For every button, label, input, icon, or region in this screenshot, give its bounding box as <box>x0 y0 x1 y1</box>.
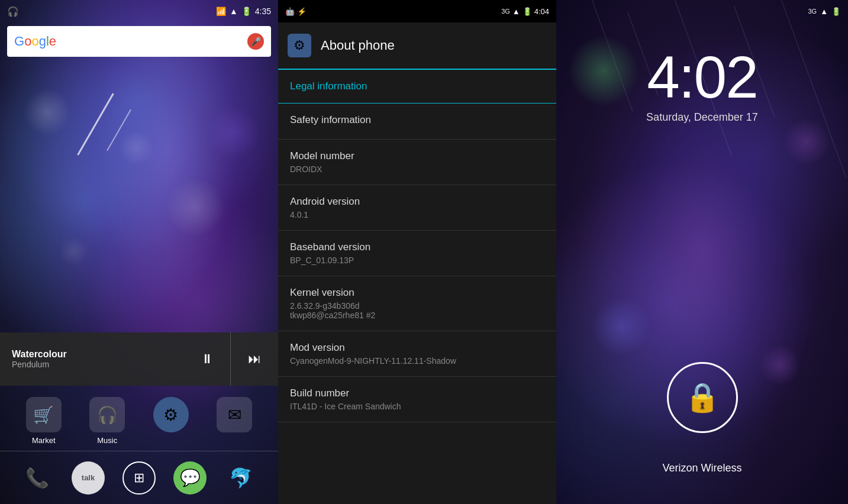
music-icon: 🎧 <box>89 397 125 432</box>
battery-icon-home: 🔋 <box>241 7 252 16</box>
lock-bokeh-4 <box>759 344 801 386</box>
music-info: Watercolour Pendulum <box>0 349 183 369</box>
search-bar[interactable]: Google 🎤 <box>7 26 271 57</box>
lock-screen-panel: 3G ▲ 🔋 4:02 Saturday, December 17 🔒 Veri… <box>556 0 848 504</box>
signal-icon-about: ▲ <box>512 7 520 16</box>
mod-value: CyanogenMod-9-NIGHTLY-11.12.11-Shadow <box>290 356 544 366</box>
bokeh-1 <box>24 89 71 136</box>
status-bar-about: 🤖 ⚡ 3G ▲ 🔋 4:04 <box>278 0 556 22</box>
bokeh-5 <box>207 106 260 160</box>
status-left-home: 🎧 <box>7 6 19 17</box>
about-item-mod[interactable]: Mod version CyanogenMod-9-NIGHTLY-11.12.… <box>278 331 556 377</box>
about-item-safety[interactable]: Safety information <box>278 104 556 140</box>
market-icon: 🛒 <box>26 397 62 432</box>
music-label: Music <box>97 436 117 445</box>
gmail-icon: ✉ <box>217 397 252 432</box>
baseband-title: Baseband version <box>290 241 544 253</box>
safety-info-title: Safety information <box>290 114 544 126</box>
lock-date: Saturday, December 17 <box>556 111 848 124</box>
about-header: ⚙ About phone <box>278 22 556 70</box>
music-title: Watercolour <box>12 349 172 360</box>
messaging-dock-icon[interactable]: 💬 <box>173 461 207 495</box>
google-logo: Google <box>14 34 56 49</box>
about-status-left: 🤖 ⚡ <box>285 7 307 16</box>
status-bar-lock: 3G ▲ 🔋 <box>556 0 848 22</box>
status-right-home: 📶 ▲ 🔋 4:35 <box>216 7 271 16</box>
skip-button[interactable]: ⏭ <box>231 332 278 386</box>
3g-lock-icon: 3G <box>808 8 817 15</box>
lock-bokeh-3 <box>592 297 651 356</box>
music-widget: Watercolour Pendulum ⏸ ⏭ <box>0 332 278 386</box>
time-home: 4:35 <box>255 7 271 16</box>
usb-status-icon: ⚡ <box>297 7 307 16</box>
about-settings-icon: ⚙ <box>288 34 311 57</box>
bokeh-3 <box>166 177 225 237</box>
about-item-build[interactable]: Build number ITL41D - Ice Cream Sandwich <box>278 377 556 422</box>
talk-dock-icon[interactable]: talk <box>72 461 105 495</box>
about-list: Legal information Safety information Mod… <box>278 70 556 504</box>
about-phone-panel: 🤖 ⚡ 3G ▲ 🔋 4:04 ⚙ About phone Legal info… <box>278 0 556 504</box>
android-status-icon: 🤖 <box>285 7 295 16</box>
phone-dock-icon[interactable]: 📞 <box>21 461 54 495</box>
about-item-kernel[interactable]: Kernel version 2.6.32.9-g34b306d tkwp86@… <box>278 276 556 331</box>
app-icons-row: 🛒 Market 🎧 Music ⚙ ✉ <box>0 397 278 445</box>
build-value: ITL41D - Ice Cream Sandwich <box>290 402 544 411</box>
app-icon-music[interactable]: 🎧 Music <box>89 397 125 445</box>
about-item-model[interactable]: Model number DROIDX <box>278 140 556 185</box>
dock: 📞 talk ⊞ 💬 🐬 <box>0 451 278 504</box>
launcher-dock-icon[interactable]: ⊞ <box>122 461 156 495</box>
app-icon-market[interactable]: 🛒 Market <box>26 397 62 445</box>
bokeh-4 <box>59 237 89 266</box>
lock-time-container: 4:02 Saturday, December 17 <box>556 47 848 124</box>
market-label: Market <box>32 436 56 445</box>
app-icon-settings[interactable]: ⚙ <box>153 397 189 445</box>
mod-title: Mod version <box>290 342 544 354</box>
battery-lock-icon: 🔋 <box>831 7 841 16</box>
lock-icon: 🔒 <box>685 381 720 414</box>
lock-carrier: Verizon Wireless <box>556 462 848 474</box>
baseband-value: BP_C_01.09.13P <box>290 256 544 265</box>
time-about: 4:04 <box>534 7 549 16</box>
browser-dock-icon[interactable]: 🐬 <box>224 461 257 495</box>
pause-button[interactable]: ⏸ <box>183 332 231 386</box>
kernel-title: Kernel version <box>290 287 544 299</box>
music-artist: Pendulum <box>12 360 172 369</box>
model-value: DROIDX <box>290 164 544 174</box>
3g-icon-about: 3G <box>501 8 510 15</box>
lock-bokeh-2 <box>783 118 830 166</box>
signal-icon: ▲ <box>230 7 238 16</box>
signal-lock-icon: ▲ <box>820 7 828 16</box>
model-title: Model number <box>290 150 544 162</box>
mic-icon[interactable]: 🎤 <box>247 33 264 50</box>
android-version-value: 4.0.1 <box>290 210 544 219</box>
bokeh-2 <box>118 130 154 166</box>
about-item-legal[interactable]: Legal information <box>278 70 556 104</box>
wifi-icon: 📶 <box>216 7 226 16</box>
status-bar-home: 🎧 📶 ▲ 🔋 4:35 <box>0 0 278 22</box>
android-version-title: Android version <box>290 196 544 208</box>
about-item-android[interactable]: Android version 4.0.1 <box>278 185 556 231</box>
lock-time: 4:02 <box>556 47 848 106</box>
settings-icon: ⚙ <box>153 397 189 432</box>
lock-circle[interactable]: 🔒 <box>667 362 738 433</box>
legal-info-title: Legal information <box>290 80 544 92</box>
build-title: Build number <box>290 387 544 399</box>
about-status-right: 3G ▲ 🔋 4:04 <box>501 7 549 16</box>
app-icon-gmail[interactable]: ✉ <box>217 397 252 445</box>
headphones-icon: 🎧 <box>7 6 19 17</box>
kernel-value: 2.6.32.9-g34b306d tkwp86@ca25rhe81 #2 <box>290 301 544 320</box>
about-item-baseband[interactable]: Baseband version BP_C_01.09.13P <box>278 231 556 276</box>
about-title: About phone <box>321 38 395 53</box>
battery-icon-about: 🔋 <box>523 7 532 16</box>
home-screen-panel: 🎧 📶 ▲ 🔋 4:35 Google 🎤 Watercolour Pendul… <box>0 0 278 504</box>
